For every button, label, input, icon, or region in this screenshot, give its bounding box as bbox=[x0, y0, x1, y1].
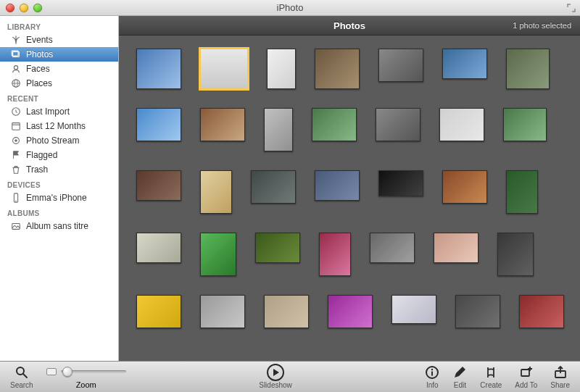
sidebar-item-trash[interactable]: Trash bbox=[0, 162, 118, 177]
photo-thumbnail[interactable] bbox=[136, 170, 181, 201]
add-to-button[interactable]: Add To bbox=[515, 365, 537, 389]
photo-thumbnail[interactable] bbox=[136, 108, 181, 141]
zoom-window-button[interactable] bbox=[33, 4, 42, 12]
photo-thumbnail[interactable] bbox=[503, 108, 547, 141]
globe-icon bbox=[10, 78, 22, 89]
svg-rect-7 bbox=[12, 123, 20, 130]
photo-thumbnail[interactable] bbox=[264, 295, 309, 328]
sidebar-item-last-import[interactable]: Last Import bbox=[0, 104, 118, 119]
bottom-toolbar: Search Zoom Slideshow Info Edit Create A… bbox=[0, 361, 580, 392]
photo-thumbnail[interactable] bbox=[506, 49, 550, 89]
sidebar-item-last-12-months[interactable]: Last 12 Months bbox=[0, 119, 118, 133]
sidebar-item-photo-stream[interactable]: Photo Stream bbox=[0, 133, 118, 148]
album-icon bbox=[10, 220, 22, 232]
photo-thumbnail[interactable] bbox=[455, 295, 500, 328]
edit-button[interactable]: Edit bbox=[452, 365, 467, 389]
add-to-icon bbox=[519, 365, 534, 380]
photo-thumbnail[interactable] bbox=[255, 233, 300, 263]
sidebar-item-label: Last Import bbox=[26, 107, 70, 117]
toolbar-label: Create bbox=[480, 381, 502, 389]
thumbnail-grid[interactable] bbox=[119, 36, 580, 361]
window-title: iPhoto bbox=[0, 2, 580, 13]
sidebar-item-flagged[interactable]: Flagged bbox=[0, 148, 118, 162]
sidebar-item-photos[interactable]: Photos bbox=[0, 47, 118, 62]
svg-line-15 bbox=[23, 374, 27, 378]
sidebar-item-label: Emma's iPhone bbox=[26, 193, 87, 203]
photo-thumbnail[interactable] bbox=[376, 108, 420, 141]
sidebar-item-device-iphone[interactable]: Emma's iPhone bbox=[0, 191, 118, 205]
photo-thumbnail[interactable] bbox=[264, 108, 293, 151]
sidebar-item-label: Places bbox=[26, 78, 52, 88]
photo-thumbnail[interactable] bbox=[506, 170, 538, 214]
zoom-slider-knob[interactable] bbox=[62, 367, 72, 377]
photo-thumbnail[interactable] bbox=[251, 170, 296, 204]
photo-thumbnail[interactable] bbox=[136, 233, 181, 263]
sidebar-item-label: Events bbox=[26, 35, 53, 45]
content-header: Photos 1 photo selected bbox=[119, 16, 580, 36]
svg-point-2 bbox=[14, 66, 17, 70]
clock-icon bbox=[10, 106, 22, 117]
svg-point-12 bbox=[15, 201, 16, 201]
section-header-recent: RECENT bbox=[0, 91, 118, 104]
zoom-small-icon[interactable] bbox=[46, 368, 57, 375]
sidebar-item-label: Album sans titre bbox=[26, 221, 88, 231]
iphone-icon bbox=[10, 192, 22, 204]
photo-thumbnail[interactable] bbox=[392, 295, 436, 324]
play-icon bbox=[266, 365, 285, 380]
photo-thumbnail[interactable] bbox=[315, 49, 360, 89]
photo-thumbnail[interactable] bbox=[200, 233, 236, 276]
info-button[interactable]: Info bbox=[425, 365, 439, 389]
photo-thumbnail[interactable] bbox=[267, 49, 296, 89]
close-window-button[interactable] bbox=[6, 4, 14, 12]
section-header-albums: ALBUMS bbox=[0, 205, 118, 219]
sidebar-item-places[interactable]: Places bbox=[0, 76, 118, 91]
flag-icon bbox=[10, 149, 22, 161]
photo-thumbnail[interactable] bbox=[200, 108, 245, 141]
photo-thumbnail[interactable] bbox=[378, 170, 423, 196]
sidebar-item-album[interactable]: Album sans titre bbox=[0, 219, 118, 233]
photo-thumbnail[interactable] bbox=[442, 49, 487, 79]
slideshow-button[interactable]: Slideshow bbox=[259, 365, 292, 389]
trash-icon bbox=[10, 164, 22, 175]
palm-icon bbox=[10, 34, 22, 46]
photo-thumbnail[interactable] bbox=[312, 108, 357, 141]
photo-thumbnail[interactable] bbox=[315, 170, 360, 201]
sidebar-item-label: Flagged bbox=[26, 150, 57, 160]
photo-thumbnail[interactable] bbox=[200, 170, 232, 214]
share-button[interactable]: Share bbox=[550, 365, 570, 389]
sidebar-item-events[interactable]: Events bbox=[0, 33, 118, 47]
photo-thumbnail[interactable] bbox=[200, 49, 248, 89]
info-icon bbox=[425, 365, 439, 380]
photo-thumbnail[interactable] bbox=[519, 295, 564, 328]
photo-thumbnail[interactable] bbox=[442, 170, 487, 204]
calendar-icon bbox=[10, 120, 22, 132]
create-button[interactable]: Create bbox=[480, 365, 502, 389]
sidebar-item-label: Photo Stream bbox=[26, 135, 79, 146]
section-header-devices: DEVICES bbox=[0, 177, 118, 191]
svg-point-10 bbox=[14, 139, 17, 142]
toolbar-label: Search bbox=[10, 381, 33, 389]
photo-thumbnail[interactable] bbox=[370, 233, 415, 263]
sidebar-item-label: Faces bbox=[26, 64, 50, 74]
photo-thumbnail[interactable] bbox=[328, 295, 373, 328]
photo-thumbnail[interactable] bbox=[136, 49, 181, 89]
photo-thumbnail[interactable] bbox=[136, 295, 181, 328]
minimize-window-button[interactable] bbox=[20, 4, 28, 12]
photo-thumbnail[interactable] bbox=[497, 233, 534, 276]
sidebar-item-label: Photos bbox=[26, 49, 53, 59]
fullscreen-button[interactable] bbox=[567, 4, 576, 12]
photo-thumbnail[interactable] bbox=[439, 108, 484, 141]
face-icon bbox=[10, 63, 22, 75]
toolbar-label: Info bbox=[426, 381, 439, 389]
photo-thumbnail[interactable] bbox=[378, 49, 423, 82]
create-icon bbox=[484, 365, 498, 380]
photos-icon bbox=[10, 49, 22, 60]
sidebar-item-faces[interactable]: Faces bbox=[0, 62, 118, 76]
search-button[interactable]: Search bbox=[10, 365, 33, 389]
photo-thumbnail[interactable] bbox=[319, 233, 351, 276]
photo-thumbnail[interactable] bbox=[434, 233, 478, 263]
zoom-control: Zoom bbox=[46, 364, 126, 389]
photo-thumbnail[interactable] bbox=[200, 295, 245, 328]
photo-grid-panel: Photos 1 photo selected bbox=[119, 16, 580, 361]
zoom-slider[interactable] bbox=[61, 370, 126, 373]
